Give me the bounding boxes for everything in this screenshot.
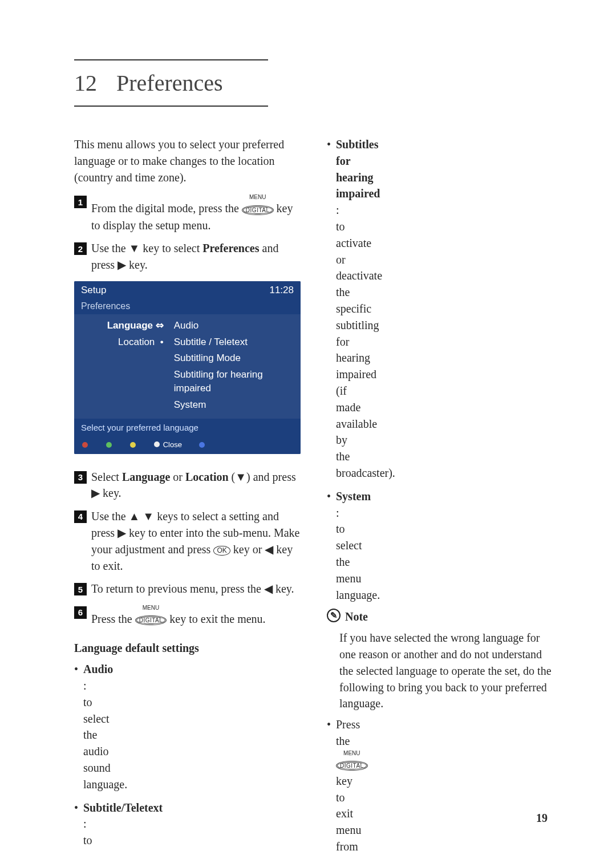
section-number: 12 — [74, 70, 97, 96]
step-4: 4 Use the ▲ ▼ keys to select a setting a… — [74, 508, 301, 574]
osd-subtitle: Preferences — [74, 298, 301, 314]
osd-item: Subtitling Mode — [174, 351, 295, 365]
white-dot-icon — [154, 441, 160, 447]
term: Audio — [83, 663, 113, 675]
note-callout: ✎ Note — [327, 609, 553, 625]
down-icon: ▼ — [235, 471, 246, 483]
blue-dot-icon — [199, 442, 205, 448]
lang-heading: Language default settings — [74, 640, 301, 657]
step-text: Use the — [91, 242, 126, 254]
list-item: System : to select the menu language. — [327, 488, 336, 603]
step-text: key or — [233, 543, 262, 556]
t: Press the — [336, 718, 360, 747]
step-number: 3 — [74, 471, 87, 484]
desc: : to activate or deactivate the specific… — [336, 204, 395, 479]
right-top-list: Subtitles for hearing impaired : to acti… — [327, 136, 333, 142]
note-icon: ✎ — [327, 609, 341, 622]
left-icon: ◀ — [265, 543, 273, 556]
step-text: and press — [253, 471, 296, 483]
list-item: Press the MENUDIGITAL key to exit menu f… — [327, 716, 336, 851]
section-title-text: Preferences — [116, 70, 223, 96]
step-6: 6 Press the MENUDIGITAL key to exit the … — [74, 604, 301, 627]
step-number: 5 — [74, 583, 87, 595]
nav-icon: ⇔ — [156, 320, 164, 331]
yellow-dot-icon — [130, 442, 136, 448]
step-bold: Language — [122, 471, 170, 483]
intro-text: This menu allows you to select your pref… — [74, 136, 301, 185]
down-icon: ▼ — [129, 242, 140, 254]
step-text: key. — [103, 487, 121, 499]
desc: : to select the audio sound language. — [83, 679, 127, 791]
step-text: Use the — [91, 510, 126, 522]
list-item: Subtitle/Teletext : to select the subtit… — [74, 800, 83, 851]
term: Subtitle/Teletext — [83, 801, 163, 814]
step-text: key to exit the menu. — [169, 613, 265, 626]
menu-digital-key: MENUDIGITAL — [336, 749, 368, 773]
step-text: or — [173, 471, 183, 483]
step-text: key. — [129, 258, 148, 271]
osd-footer: Close — [74, 436, 301, 454]
right-column: Subtitles for hearing impaired : to acti… — [327, 136, 553, 851]
t: key to exit menu from screen. — [336, 775, 368, 851]
step-text: key to select — [143, 242, 200, 254]
rule-top — [74, 59, 268, 60]
osd-item: Language — [107, 320, 153, 331]
osd-item: Audio — [174, 319, 295, 333]
digital-key-icon: DIGITAL — [242, 205, 274, 215]
step-number: 4 — [74, 510, 87, 523]
bullet-icon: • — [160, 337, 164, 347]
osd-item: Subtitle / Teletext — [174, 335, 295, 349]
left-icon: ◀ — [264, 582, 273, 595]
osd-time: 11:28 — [269, 283, 294, 297]
step-text: To return to previous menu, press the — [91, 582, 261, 595]
step-text: key. — [275, 582, 294, 595]
step-text: Select — [91, 471, 119, 483]
desc: : to select the subtitle/teletext langua… — [83, 817, 153, 851]
step-3: 3 Select Language or Location (▼) and pr… — [74, 469, 301, 502]
step-5: 5 To return to previous menu, press the … — [74, 581, 301, 597]
digital-key-icon: DIGITAL — [336, 761, 368, 771]
right-icon: ▶ — [117, 526, 126, 539]
menu-label: MENU — [242, 193, 274, 201]
note-intro: If you have selected the wrong language … — [327, 630, 553, 712]
lang-list: Audio : to select the audio sound langua… — [74, 661, 80, 667]
step-2: 2 Use the ▼ key to select Preferences an… — [74, 240, 301, 273]
term: Subtitles for hearing impaired — [336, 138, 380, 200]
osd-item: Subtitling for hearing impaired — [174, 368, 295, 396]
menu-label: MENU — [135, 604, 167, 612]
note-steps-list: Press the MENUDIGITAL key to exit menu f… — [327, 716, 333, 722]
osd-note: Select your preferred language — [74, 419, 301, 436]
list-item: Audio : to select the audio sound langua… — [74, 661, 83, 792]
step-text: From the digital mode, press the — [91, 202, 239, 215]
step-number: 1 — [74, 196, 87, 208]
step-bold: Preferences — [202, 242, 259, 254]
section-title: 12Preferences — [74, 70, 553, 96]
menu-digital-key: MENUDIGITAL — [242, 193, 274, 217]
ok-key-icon: OK — [213, 546, 230, 556]
down-icon: ▼ — [143, 510, 154, 522]
note-label: Note — [345, 609, 368, 625]
rule-bottom — [74, 106, 268, 107]
osd-item: Location — [118, 337, 155, 347]
osd-close: Close — [163, 440, 182, 449]
step-bold: Location — [185, 471, 229, 483]
left-column: This menu allows you to select your pref… — [74, 136, 301, 851]
page-number: 19 — [536, 812, 548, 825]
up-icon: ▲ — [129, 510, 140, 522]
right-icon: ▶ — [91, 487, 100, 499]
digital-key-icon: DIGITAL — [135, 615, 167, 625]
menu-digital-key: MENUDIGITAL — [135, 604, 167, 627]
osd-screenshot: Setup11:28 Preferences Language ⇔ Locati… — [74, 281, 301, 454]
osd-title: Setup — [81, 283, 106, 297]
step-number: 2 — [74, 242, 87, 255]
right-icon: ▶ — [117, 258, 126, 271]
step-1: 1 From the digital mode, press the MENUD… — [74, 193, 301, 233]
green-dot-icon — [106, 442, 112, 448]
step-text: Press the — [91, 613, 132, 626]
term: System — [336, 490, 371, 503]
osd-item: System — [174, 398, 295, 412]
red-dot-icon — [82, 442, 88, 448]
list-item: Subtitles for hearing impaired : to acti… — [327, 136, 336, 481]
menu-label: MENU — [336, 749, 368, 757]
step-number: 6 — [74, 606, 87, 619]
